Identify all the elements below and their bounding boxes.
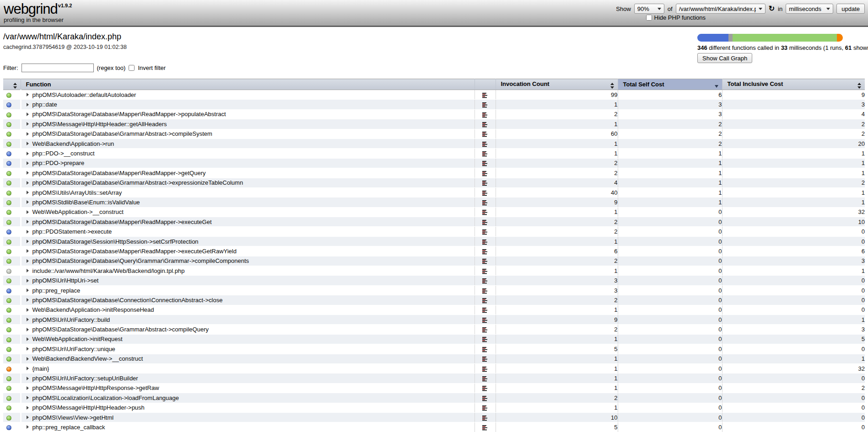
- expand-arrow-icon[interactable]: [27, 220, 29, 224]
- hide-php-checkbox[interactable]: [646, 15, 652, 21]
- expand-arrow-icon[interactable]: [27, 328, 29, 331]
- function-name-cell[interactable]: php::PDO->prepare: [21, 158, 474, 168]
- expand-arrow-icon[interactable]: [27, 249, 29, 253]
- function-name-cell[interactable]: {main}: [21, 363, 474, 373]
- view-source-cell[interactable]: [474, 129, 496, 139]
- function-name-cell[interactable]: phpOMS\Uri\UriFactory::build: [21, 315, 474, 324]
- expand-arrow-icon[interactable]: [27, 396, 29, 400]
- view-source-cell[interactable]: [474, 187, 496, 197]
- view-source-cell[interactable]: [474, 178, 496, 187]
- function-name-cell[interactable]: phpOMS\Uri\UriFactory::setupUriBuilder: [21, 373, 474, 383]
- function-column-header[interactable]: Function: [21, 79, 474, 90]
- invert-filter-checkbox[interactable]: [129, 65, 135, 71]
- expand-arrow-icon[interactable]: [27, 93, 29, 96]
- function-name-cell[interactable]: Web\Backend\Application->run: [21, 139, 474, 148]
- view-source-cell[interactable]: [474, 158, 496, 168]
- function-name-cell[interactable]: phpOMS\DataStorage\Session\HttpSession->…: [21, 236, 474, 246]
- function-name-cell[interactable]: php::date: [21, 100, 474, 109]
- expand-arrow-icon[interactable]: [27, 112, 29, 116]
- function-name-cell[interactable]: phpOMS\DataStorage\Database\GrammarAbstr…: [21, 129, 474, 139]
- view-source-cell[interactable]: [474, 422, 496, 432]
- function-name-cell[interactable]: php::PDO->__construct: [21, 149, 474, 158]
- function-name-cell[interactable]: phpOMS\DataStorage\Database\Mapper\ReadM…: [21, 246, 474, 256]
- function-name-cell[interactable]: phpOMS\Localization\Localization->loadFr…: [21, 393, 474, 403]
- view-source-cell[interactable]: [474, 256, 496, 266]
- view-source-cell[interactable]: [474, 334, 496, 344]
- expand-arrow-icon[interactable]: [27, 425, 29, 429]
- expand-arrow-icon[interactable]: [27, 142, 29, 145]
- function-name-cell[interactable]: phpOMS\DataStorage\Database\Mapper\ReadM…: [21, 168, 474, 178]
- inclusive-cost-column-header[interactable]: Total Inclusive Cost: [722, 79, 865, 90]
- expand-arrow-icon[interactable]: [27, 298, 29, 302]
- view-source-cell[interactable]: [474, 393, 496, 403]
- view-source-cell[interactable]: [474, 246, 496, 256]
- view-source-cell[interactable]: [474, 363, 496, 373]
- view-source-cell[interactable]: [474, 266, 496, 276]
- update-button[interactable]: update: [836, 4, 865, 14]
- expand-arrow-icon[interactable]: [27, 210, 29, 214]
- invocation-column-header[interactable]: Invocation Count: [496, 79, 618, 90]
- expand-arrow-icon[interactable]: [27, 122, 29, 126]
- expand-arrow-icon[interactable]: [27, 367, 29, 370]
- function-name-cell[interactable]: phpOMS\Utils\ArrayUtils::setArray: [21, 187, 474, 197]
- function-name-cell[interactable]: phpOMS\DataStorage\Database\Query\Gramma…: [21, 256, 474, 266]
- expand-arrow-icon[interactable]: [27, 377, 29, 380]
- function-name-cell[interactable]: Web\WebApplication->initRequest: [21, 334, 474, 344]
- view-source-cell[interactable]: [474, 276, 496, 285]
- expand-arrow-icon[interactable]: [27, 171, 29, 175]
- expand-arrow-icon[interactable]: [27, 318, 29, 321]
- function-name-cell[interactable]: phpOMS\DataStorage\Database\Mapper\ReadM…: [21, 109, 474, 119]
- view-source-cell[interactable]: [474, 325, 496, 334]
- view-source-cell[interactable]: [474, 149, 496, 158]
- view-source-cell[interactable]: [474, 373, 496, 383]
- filter-input[interactable]: [22, 64, 94, 72]
- view-source-cell[interactable]: [474, 344, 496, 354]
- expand-arrow-icon[interactable]: [27, 240, 29, 243]
- function-name-cell[interactable]: phpOMS\Stdlib\Base\Enum::isValidValue: [21, 197, 474, 207]
- expand-arrow-icon[interactable]: [27, 230, 29, 234]
- view-source-cell[interactable]: [474, 403, 496, 412]
- expand-arrow-icon[interactable]: [27, 308, 29, 312]
- self-cost-column-header[interactable]: Total Self Cost: [618, 79, 722, 90]
- view-source-cell[interactable]: [474, 217, 496, 227]
- function-name-cell[interactable]: phpOMS\Message\Http\HttpHeader->push: [21, 403, 474, 412]
- view-source-cell[interactable]: [474, 412, 496, 422]
- view-source-cell[interactable]: [474, 227, 496, 236]
- function-name-cell[interactable]: include::/var/www/html/Karaka/Web/Backen…: [21, 266, 474, 276]
- expand-arrow-icon[interactable]: [27, 269, 29, 272]
- refresh-icon[interactable]: ↻: [769, 5, 775, 12]
- function-name-cell[interactable]: phpOMS\DataStorage\Database\GrammarAbstr…: [21, 325, 474, 334]
- function-name-cell[interactable]: phpOMS\Views\View->getHtml: [21, 412, 474, 422]
- expand-arrow-icon[interactable]: [27, 181, 29, 185]
- function-name-cell[interactable]: phpOMS\Uri\UriFactory::unique: [21, 344, 474, 354]
- function-name-cell[interactable]: phpOMS\Message\Http\HttpResponse->getRaw: [21, 383, 474, 393]
- function-name-cell[interactable]: Web\Backend\Application->initResponseHea…: [21, 305, 474, 315]
- show-call-graph-button[interactable]: Show Call Graph: [697, 53, 752, 63]
- expand-arrow-icon[interactable]: [27, 161, 29, 165]
- view-source-cell[interactable]: [474, 139, 496, 148]
- expand-arrow-icon[interactable]: [27, 103, 29, 107]
- expand-arrow-icon[interactable]: [27, 357, 29, 361]
- function-name-cell[interactable]: Web\Backend\BackendView->__construct: [21, 354, 474, 363]
- expand-arrow-icon[interactable]: [27, 132, 29, 136]
- cost-unit-select[interactable]: milliseconds: [786, 4, 833, 14]
- function-name-cell[interactable]: php::preg_replace: [21, 285, 474, 295]
- expand-arrow-icon[interactable]: [27, 347, 29, 351]
- view-source-cell[interactable]: [474, 197, 496, 207]
- percent-select[interactable]: 90%: [634, 4, 664, 14]
- view-source-cell[interactable]: [474, 100, 496, 109]
- view-source-cell[interactable]: [474, 90, 496, 100]
- view-source-cell[interactable]: [474, 285, 496, 295]
- expand-arrow-icon[interactable]: [27, 191, 29, 194]
- function-name-cell[interactable]: phpOMS\Message\Http\HttpHeader::getAllHe…: [21, 119, 474, 129]
- function-name-cell[interactable]: phpOMS\DataStorage\Database\Mapper\ReadM…: [21, 217, 474, 227]
- function-name-cell[interactable]: phpOMS\Uri\HttpUri->set: [21, 276, 474, 285]
- function-name-cell[interactable]: php::preg_replace_callback: [21, 422, 474, 432]
- function-name-cell[interactable]: phpOMS\DataStorage\Database\GrammarAbstr…: [21, 178, 474, 187]
- expand-arrow-icon[interactable]: [27, 416, 29, 419]
- function-name-cell[interactable]: phpOMS\Autoloader::defaultAutoloader: [21, 90, 474, 100]
- expand-arrow-icon[interactable]: [27, 279, 29, 283]
- view-source-cell[interactable]: [474, 119, 496, 129]
- view-source-cell[interactable]: [474, 207, 496, 217]
- expand-arrow-icon[interactable]: [27, 337, 29, 341]
